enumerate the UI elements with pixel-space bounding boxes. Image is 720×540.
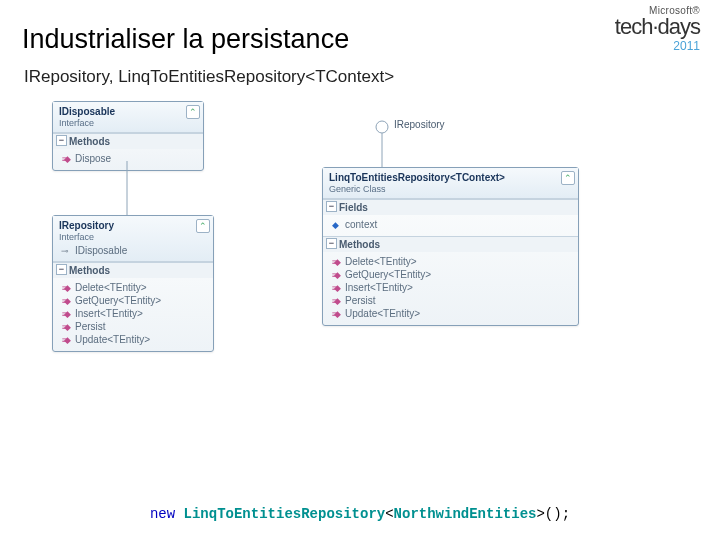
class-stereotype: Generic Class <box>329 184 560 194</box>
method-item: Persist <box>59 320 207 333</box>
method-item: Delete<TEntity> <box>59 281 207 294</box>
method-item: GetQuery<TEntity> <box>59 294 207 307</box>
method-item: Update<TEntity> <box>59 333 207 346</box>
method-item: Update<TEntity> <box>329 307 572 320</box>
method-icon <box>59 335 71 345</box>
method-item: GetQuery<TEntity> <box>329 268 572 281</box>
brand-name: tech·days <box>615 16 700 38</box>
class-stereotype: Interface <box>59 118 185 128</box>
method-icon <box>59 309 71 319</box>
method-icon <box>329 296 341 306</box>
method-item: Dispose <box>59 152 197 165</box>
lollipop-label: IRepository <box>394 119 445 130</box>
svg-point-1 <box>376 121 388 133</box>
method-icon <box>59 154 71 164</box>
section-methods[interactable]: Methods <box>53 134 203 149</box>
method-icon <box>59 283 71 293</box>
class-name: IDisposable <box>59 106 185 117</box>
chevron-up-icon[interactable]: ⌃ <box>196 219 210 233</box>
section-methods[interactable]: Methods <box>323 237 578 252</box>
brand-year: 2011 <box>615 40 700 52</box>
chevron-up-icon[interactable]: ⌃ <box>561 171 575 185</box>
method-item: Insert<TEntity> <box>329 281 572 294</box>
method-item: Delete<TEntity> <box>329 255 572 268</box>
class-irepository: IRepository Interface IDisposable ⌃ Meth… <box>52 215 214 352</box>
brand-block: Microsoft® tech·days 2011 <box>615 6 700 52</box>
slide-subtitle: IRepository, LinqToEntitiesRepository<TC… <box>24 67 698 87</box>
method-item: Persist <box>329 294 572 307</box>
chevron-up-icon[interactable]: ⌃ <box>186 105 200 119</box>
class-diagram: IDisposable Interface ⌃ Methods Dispose <box>22 97 698 437</box>
class-name: LinqToEntitiesRepository<TContext> <box>329 172 560 183</box>
class-stereotype: Interface <box>59 232 195 242</box>
class-idisposable: IDisposable Interface ⌃ Methods Dispose <box>52 101 204 171</box>
method-icon <box>59 296 71 306</box>
class-linq-repo: LinqToEntitiesRepository<TContext> Gener… <box>322 167 579 326</box>
class-name: IRepository <box>59 220 195 231</box>
field-item: context <box>329 218 572 231</box>
interface-icon <box>59 246 71 256</box>
method-icon <box>59 322 71 332</box>
method-icon <box>329 309 341 319</box>
implements-ref: IDisposable <box>59 244 195 257</box>
method-icon <box>329 283 341 293</box>
section-fields[interactable]: Fields <box>323 200 578 215</box>
method-icon <box>329 270 341 280</box>
method-icon <box>329 257 341 267</box>
method-item: Insert<TEntity> <box>59 307 207 320</box>
code-sample: new LinqToEntitiesRepository<NorthwindEn… <box>0 506 720 522</box>
field-icon <box>329 220 341 230</box>
section-methods[interactable]: Methods <box>53 263 213 278</box>
slide-title: Industrialiser la persistance <box>22 24 698 55</box>
